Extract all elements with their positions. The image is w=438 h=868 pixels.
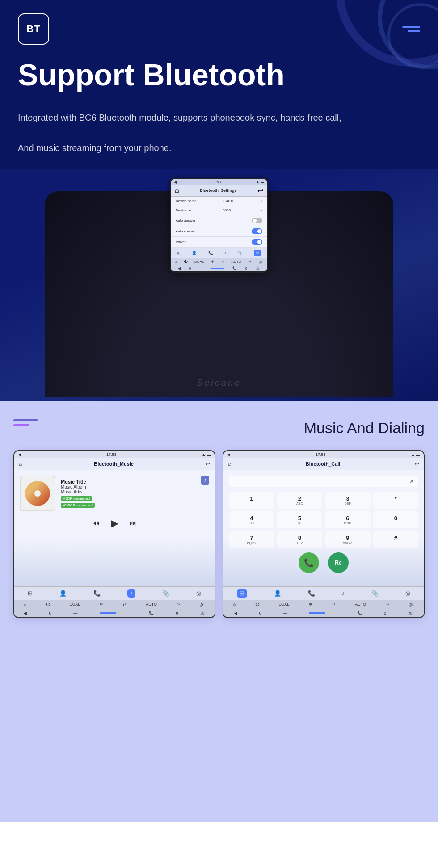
music-home-icon[interactable]: ⌂	[19, 461, 22, 467]
dial-key-0[interactable]: 0+	[373, 511, 419, 528]
dial-key-1[interactable]: 1—	[229, 492, 274, 509]
mc-wave[interactable]: 〜	[177, 602, 181, 607]
mc2-zero1[interactable]: 0	[49, 611, 51, 615]
dial-delete-button[interactable]: ✕	[409, 478, 414, 485]
music-bottom-icons: ⊞ 👤 📞 ♪ 📎 ◎	[14, 586, 215, 600]
dial-nav-back[interactable]: ◀	[227, 452, 230, 457]
mc2-zero2[interactable]: 0	[176, 611, 178, 615]
tab-phone-icon[interactable]: 📞	[208, 251, 213, 255]
dc2-zero2[interactable]: 0	[384, 611, 386, 615]
mc-home[interactable]: ⌂	[24, 602, 26, 607]
dial-key-5[interactable]: 5JKL	[277, 511, 323, 528]
dial-key-2[interactable]: 2ABC	[277, 492, 323, 509]
next-button[interactable]: ⏭	[129, 518, 137, 528]
power-toggle[interactable]	[252, 239, 262, 245]
dial-home-icon[interactable]: ⌂	[228, 461, 231, 467]
dc-power[interactable]: ⏻	[255, 602, 259, 607]
dial-key-star[interactable]: *	[373, 492, 419, 509]
tablet-home-icon: ⌂	[175, 186, 179, 194]
dc-snowflake[interactable]: ❄	[309, 602, 312, 607]
avrcp-badge: AVRCP connected	[61, 503, 95, 508]
tablet-return-icon: ↩	[257, 186, 263, 195]
dial-key-4[interactable]: 4GHI	[229, 511, 274, 528]
tab-settings-icon[interactable]: ⚙	[254, 250, 261, 256]
dbi-grid[interactable]: ⊞	[237, 589, 247, 598]
mc2-vol2[interactable]: 🔊	[200, 611, 205, 615]
mc2-back[interactable]: ◀	[24, 611, 27, 615]
dc-wave[interactable]: 〜	[386, 602, 390, 607]
mc2-phone[interactable]: 📞	[149, 611, 154, 615]
device-name-value: CarBT	[223, 199, 234, 203]
music-player: Music Title Music Album Music Artist A2D…	[20, 476, 209, 511]
dial-key-3[interactable]: 3DEF	[325, 492, 371, 509]
ctrl-wave[interactable]: 〜	[248, 259, 252, 264]
dial-key-8[interactable]: 8TUV	[277, 531, 323, 548]
tab-music-icon[interactable]: ♪	[224, 251, 227, 255]
dial-key-hash[interactable]: #	[373, 531, 419, 548]
mbi-phone[interactable]: 📞	[93, 590, 101, 597]
play-button[interactable]: ▶	[111, 518, 118, 529]
dialing-screen-card: ◀ 17:53 ▲ ▬ ⌂ Bluetooth_Call ↩ ✕ 1— 2ABC…	[223, 450, 425, 618]
music-nav-back[interactable]: ◀	[18, 452, 21, 457]
dial-key-6[interactable]: 6MNO	[325, 511, 371, 528]
dial-key-7[interactable]: 7PQRS	[229, 531, 274, 548]
tablet-bottom-icons: ⊞ 👤 📞 ♪ 📎 ⚙	[171, 248, 267, 258]
ctrl-zero2[interactable]: 0	[245, 266, 247, 270]
menu-icon[interactable]	[402, 26, 420, 32]
ctrl-zero1[interactable]: 0	[189, 266, 191, 270]
mc-power[interactable]: ⏻	[46, 602, 50, 607]
ctrl-sync[interactable]: ⇄	[221, 260, 224, 264]
dc2-zero1[interactable]: 0	[259, 611, 261, 615]
dial-return-icon[interactable]: ↩	[415, 461, 419, 467]
dc2-back[interactable]: ◀	[234, 611, 237, 615]
dc2-phone[interactable]: 📞	[358, 611, 362, 615]
tablet-ctrl-bar: ⌂ ⏻ DUAL ❄ ⇄ AUTO 〜 🔊	[171, 258, 267, 265]
ctrl-vol2[interactable]: 🔊	[256, 266, 260, 270]
dc-vol[interactable]: 🔊	[409, 602, 414, 607]
tab-person-icon[interactable]: 👤	[192, 251, 197, 255]
dial-input-field[interactable]	[233, 478, 409, 485]
dbi-phone[interactable]: 📞	[308, 590, 315, 597]
hero-title-area: Support Bluetooth	[0, 49, 438, 92]
ctrl-phone2[interactable]: 📞	[232, 266, 237, 270]
mbi-person[interactable]: 👤	[59, 590, 67, 597]
dbi-target[interactable]: ◎	[405, 590, 410, 597]
mbi-clip[interactable]: 📎	[162, 590, 169, 597]
mbi-grid[interactable]: ⊞	[28, 590, 33, 597]
dial-key-9[interactable]: 9WXYZ	[325, 531, 371, 548]
dc-home[interactable]: ⌂	[233, 602, 236, 607]
mbi-music[interactable]: ♪	[127, 589, 136, 598]
dc-sync[interactable]: ⇄	[332, 602, 336, 607]
dbi-person[interactable]: 👤	[274, 590, 281, 597]
mc-snowflake[interactable]: ❄	[100, 602, 103, 607]
ctrl-power[interactable]: ⏻	[184, 260, 187, 264]
auto-connect-toggle[interactable]	[252, 228, 262, 234]
mbi-target[interactable]: ◎	[196, 590, 201, 597]
call-button[interactable]: 📞	[299, 552, 319, 573]
mc-vol[interactable]: 🔊	[200, 602, 205, 607]
ctrl-bar[interactable]: —	[199, 266, 203, 270]
tab-grid-icon[interactable]: ⊞	[177, 251, 181, 255]
auto-answer-toggle[interactable]	[252, 218, 262, 223]
ctrl-snowflake[interactable]: ❄	[211, 260, 214, 264]
ctrl-back2[interactable]: ◀	[178, 266, 181, 270]
music-ctrl-bar: ⌂ ⏻ DUAL ❄ ⇄ AUTO 〜 🔊	[14, 600, 215, 609]
ctrl-vol[interactable]: 🔊	[259, 260, 263, 264]
prev-button[interactable]: ⏮	[92, 518, 100, 528]
mc-sync[interactable]: ⇄	[123, 602, 126, 607]
ctrl-dual[interactable]: DUAL	[194, 260, 204, 264]
dialing-content: ✕ 1— 2ABC 3DEF * 4GHI 5JKL 6MNO 0+ 7PQRS…	[223, 470, 424, 586]
dbi-music[interactable]: ♪	[342, 590, 345, 597]
bluetooth-settings-screen: ◀ 17:53 ▲ ▬ ⌂ Bluetooth_Settings ↩ Devic…	[170, 178, 268, 273]
ctrl-auto[interactable]: AUTO	[232, 260, 241, 264]
music-controls: ⏮ ▶ ⏭	[20, 518, 209, 529]
ctrl-home[interactable]: ⌂	[175, 260, 177, 264]
dbi-clip[interactable]: 📎	[371, 590, 379, 597]
tab-clip-icon[interactable]: 📎	[238, 251, 243, 255]
dial-key-1-sub: —	[231, 502, 273, 505]
music-status-bar: ◀ 17:53 ▲ ▬	[14, 451, 215, 458]
music-return-icon[interactable]: ↩	[206, 461, 210, 467]
dc2-slider	[309, 612, 336, 614]
dc2-vol2[interactable]: 🔊	[408, 611, 413, 615]
redial-button[interactable]: Re	[328, 552, 349, 573]
